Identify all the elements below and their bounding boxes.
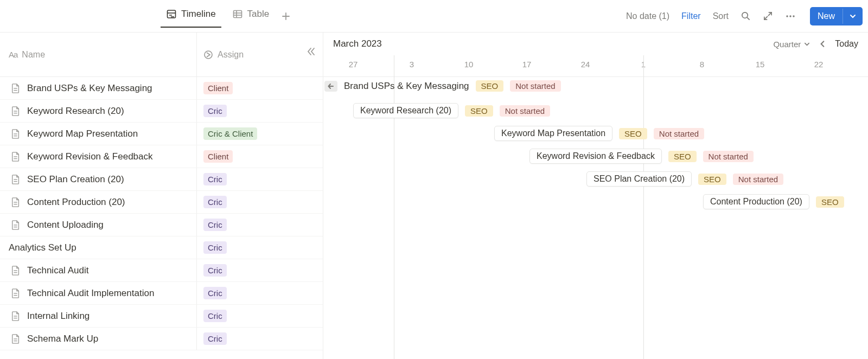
timeline-icon: [166, 9, 177, 20]
column-header-name[interactable]: Aa Name: [0, 50, 196, 60]
date-tick: 24: [581, 60, 590, 69]
toolbar-right: No date (1) Filter Sort New: [626, 7, 863, 25]
cell-assign[interactable]: Cric: [196, 282, 323, 304]
row-title: SEO Plan Creation (20): [27, 174, 124, 185]
bar-title-pill[interactable]: Content Production (20): [703, 194, 809, 209]
cell-name[interactable]: Schema Mark Up: [0, 334, 196, 344]
svg-point-10: [742, 12, 748, 18]
cell-assign[interactable]: Cric: [196, 214, 323, 236]
page-icon: [11, 83, 21, 94]
new-button-label: New: [810, 7, 843, 25]
column-header-name-label: Name: [22, 50, 45, 60]
table-row[interactable]: Internal LinkingCric: [0, 305, 323, 328]
assign-tag: Cric: [203, 241, 227, 254]
sort-button[interactable]: Sort: [713, 11, 729, 21]
search-icon[interactable]: [741, 11, 751, 21]
assign-tag: Cric: [203, 196, 227, 209]
table-row[interactable]: Schema Mark UpCric: [0, 328, 323, 350]
table-row[interactable]: SEO Plan Creation (20)Cric: [0, 168, 323, 191]
svg-rect-4: [233, 10, 241, 17]
timeline-bar[interactable]: Keyword Map PresentationSEONot started: [494, 126, 704, 141]
page-icon: [11, 265, 21, 276]
new-button-chevron[interactable]: [843, 9, 863, 24]
table-row[interactable]: Content Production (20)Cric: [0, 191, 323, 214]
column-header-assign-label: Assign: [218, 50, 244, 60]
row-title: Technical Audit: [27, 265, 88, 276]
cell-assign[interactable]: Cric: [196, 259, 323, 281]
chevron-double-left-icon: [307, 47, 316, 56]
timeline-bar[interactable]: Brand USPs & Key MessagingSEONot started: [324, 80, 561, 92]
timeline-bar[interactable]: Keyword Revision & FeedbackSEONot starte…: [529, 149, 754, 164]
bar-title-pill[interactable]: Keyword Map Presentation: [494, 126, 612, 141]
bar-title-pill[interactable]: Keyword Research (20): [353, 103, 458, 118]
cell-name[interactable]: Content Production (20): [0, 197, 196, 208]
filter-button[interactable]: Filter: [681, 11, 701, 21]
tab-timeline[interactable]: Timeline: [163, 5, 219, 27]
bar-title-pill[interactable]: SEO Plan Creation (20): [586, 171, 692, 187]
no-date-button[interactable]: No date (1): [626, 11, 669, 21]
bar-scroll-left-icon[interactable]: [324, 81, 337, 92]
table-row[interactable]: Keyword Map PresentationCric & Client: [0, 123, 323, 145]
prev-button[interactable]: [819, 40, 826, 48]
cell-name[interactable]: Keyword Map Presentation: [0, 129, 196, 139]
page-icon: [11, 220, 21, 230]
timeline-bar[interactable]: SEO Plan Creation (20)SEONot started: [586, 171, 783, 187]
tab-table[interactable]: Table: [229, 5, 273, 27]
table-row[interactable]: Brand USPs & Key MessagingClient: [0, 77, 323, 100]
more-icon[interactable]: [785, 11, 796, 22]
timeline-pane: March 2023 Quarter Today 273101724181522…: [323, 33, 868, 359]
table-row[interactable]: Technical AuditCric: [0, 259, 323, 282]
cell-name[interactable]: Internal Linking: [0, 311, 196, 322]
cell-name[interactable]: Analytics Set Up: [0, 242, 196, 253]
cell-name[interactable]: Brand USPs & Key Messaging: [0, 83, 196, 94]
page-icon: [11, 129, 21, 139]
cell-assign[interactable]: Client: [196, 145, 323, 168]
assign-tag: Cric: [203, 264, 227, 277]
cell-name[interactable]: Keyword Revision & Feedback: [0, 151, 196, 162]
scale-button[interactable]: Quarter: [773, 40, 810, 49]
column-header-assign[interactable]: Assign: [196, 33, 323, 76]
cell-assign[interactable]: Client: [196, 77, 323, 99]
cell-name[interactable]: SEO Plan Creation (20): [0, 174, 196, 185]
grid-line: [643, 55, 644, 359]
chevron-down-icon: [804, 41, 810, 47]
page-icon: [11, 151, 21, 162]
date-tick: 27: [349, 60, 358, 69]
table-row[interactable]: Technical Audit ImplementationCric: [0, 282, 323, 305]
bar-badge-status: Not started: [654, 128, 704, 139]
cell-name[interactable]: Keyword Research (20): [0, 106, 196, 117]
table-row[interactable]: Keyword Revision & FeedbackClient: [0, 145, 323, 168]
timeline-bar[interactable]: Content Production (20)SEO: [703, 194, 844, 209]
bar-title-pill[interactable]: Keyword Revision & Feedback: [529, 149, 662, 164]
rows: Brand USPs & Key MessagingClientKeyword …: [0, 77, 323, 350]
toolbar: Timeline Table No date (1) Filter Sort N…: [0, 0, 868, 33]
table-row[interactable]: Content UploadingCric: [0, 214, 323, 236]
svg-point-17: [205, 51, 212, 59]
add-view-button[interactable]: [276, 11, 296, 21]
bar-badge-status: Not started: [500, 105, 550, 117]
assign-tag: Cric: [203, 173, 227, 186]
collapse-sidebar-button[interactable]: [307, 47, 316, 56]
svg-line-11: [747, 17, 749, 20]
cell-assign[interactable]: Cric: [196, 328, 323, 350]
row-title: Keyword Research (20): [27, 106, 124, 117]
table-row[interactable]: Analytics Set UpCric: [0, 236, 323, 259]
date-tick: 3: [410, 60, 414, 69]
cell-name[interactable]: Content Uploading: [0, 220, 196, 230]
new-button[interactable]: New: [810, 7, 863, 25]
table-row[interactable]: Keyword Research (20)Cric: [0, 100, 323, 123]
cell-name[interactable]: Technical Audit: [0, 265, 196, 276]
cell-assign[interactable]: Cric: [196, 100, 323, 122]
today-button[interactable]: Today: [835, 39, 858, 49]
cell-assign[interactable]: Cric: [196, 305, 323, 327]
scale-button-label: Quarter: [773, 40, 801, 49]
timeline-area[interactable]: Brand USPs & Key MessagingSEONot started…: [323, 77, 868, 359]
cell-name[interactable]: Technical Audit Implementation: [0, 288, 196, 299]
cell-assign[interactable]: Cric: [196, 236, 323, 259]
expand-icon[interactable]: [763, 11, 773, 21]
chevron-down-icon: [850, 13, 856, 20]
cell-assign[interactable]: Cric: [196, 168, 323, 190]
cell-assign[interactable]: Cric & Client: [196, 123, 323, 145]
cell-assign[interactable]: Cric: [196, 191, 323, 213]
timeline-bar[interactable]: Keyword Research (20)SEONot started: [353, 103, 550, 118]
